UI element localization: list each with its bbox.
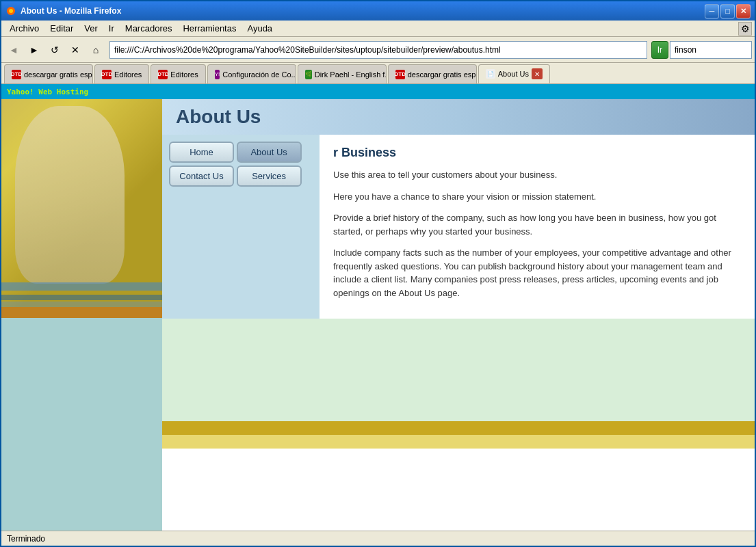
browser-content: Yahoo! Web Hosting [1, 84, 755, 531]
tab6-label: descargar gratis esp... [408, 70, 477, 79]
section-title-text: r Business [333, 146, 396, 159]
yahoo-header-text: Yahoo! Web Hosting [7, 88, 88, 96]
tab-2[interactable]: DTD Editores [94, 64, 149, 83]
tab6-favicon: DTD [395, 70, 405, 79]
main-content: About Us Home About Us Contact Us Servic… [162, 99, 755, 531]
paragraph-3: Provide a brief history of the company, … [333, 211, 741, 238]
menu-marcadores[interactable]: Marcadores [120, 22, 178, 35]
nav-about[interactable]: About Us [237, 142, 302, 163]
tab-6[interactable]: DTD descargar gratis esp... [388, 64, 477, 83]
nav-home[interactable]: Home [169, 142, 234, 163]
nav-contact[interactable]: Contact Us [169, 165, 234, 187]
tab-3[interactable]: DTD Editores [151, 64, 205, 83]
search-input[interactable] [670, 41, 752, 59]
title-bar: About Us - Mozilla Firefox ─ □ ✕ [1, 1, 755, 21]
tab5-favicon: 🌿 [305, 70, 312, 79]
tab3-favicon: DTD [158, 70, 168, 79]
window-title: About Us - Mozilla Firefox [21, 6, 701, 16]
tab2-favicon: DTD [102, 70, 112, 79]
tab3-label: Editores [170, 70, 198, 79]
nav-panel: Home About Us Contact Us Services [162, 135, 320, 319]
svg-point-1 [9, 9, 13, 13]
tab1-favicon: DTD [12, 70, 21, 79]
tab1-label: descargar gratis esp... [24, 70, 93, 79]
back-button[interactable]: ◄ [4, 41, 23, 59]
tab7-close[interactable]: ✕ [532, 68, 543, 79]
paragraph-4: Include company facts such as the number… [333, 246, 741, 299]
bottom-green [162, 319, 755, 421]
reload-button[interactable]: ↺ [45, 41, 64, 59]
tab5-label: Dirk Paehl - English f... [315, 70, 387, 79]
sidebar-image [1, 99, 162, 318]
stripe2 [1, 295, 162, 300]
status-bar: Terminado [1, 531, 755, 546]
tab7-favicon: 📄 [486, 69, 495, 79]
tab-1[interactable]: DTD descargar gratis esp... [4, 64, 93, 83]
stop-button[interactable]: ✕ [66, 41, 85, 59]
tab4-favicon: Y! [215, 70, 220, 79]
menu-ir[interactable]: Ir [103, 22, 120, 35]
menu-archivo[interactable]: Archivo [4, 22, 44, 35]
firefox-icon [5, 5, 16, 16]
content-with-nav: Home About Us Contact Us Services r Busi… [162, 135, 755, 319]
tab4-label: Configuración de Co... [222, 70, 296, 79]
menu-editar[interactable]: Editar [44, 22, 79, 35]
browser-window: About Us - Mozilla Firefox ─ □ ✕ Archivo… [0, 0, 756, 547]
tab-4[interactable]: Y! Configuración de Co... [207, 64, 296, 83]
yahoo-header: Yahoo! Web Hosting [1, 84, 755, 99]
minimize-button[interactable]: ─ [705, 4, 719, 18]
text-content: r Business Use this area to tell your cu… [320, 135, 755, 319]
menu-ver[interactable]: Ver [79, 22, 103, 35]
status-text: Terminado [7, 534, 45, 544]
sidebar-lower [1, 318, 162, 531]
page-title: About Us [176, 106, 261, 127]
section-title: r Business [333, 146, 741, 160]
tab-7[interactable]: 📄 About Us ✕ [478, 64, 550, 83]
paragraph-2: Here you have a chance to share your vis… [333, 190, 741, 204]
tab2-label: Editores [114, 70, 142, 79]
tab-5[interactable]: 🌿 Dirk Paehl - English f... [298, 64, 387, 83]
settings-icon[interactable]: ⚙ [738, 22, 752, 36]
toolbar: ◄ ► ↺ ✕ ⌂ Ir [1, 37, 755, 63]
menu-bar: Archivo Editar Ver Ir Marcadores Herrami… [1, 21, 755, 37]
tab-bar: DTD descargar gratis esp... DTD Editores… [1, 63, 755, 84]
tab7-label: About Us [498, 70, 529, 78]
home-button[interactable]: ⌂ [86, 41, 105, 59]
paragraph-1: Use this area to tell your customers abo… [333, 168, 741, 182]
sidebar [1, 99, 162, 531]
page-wrapper: About Us Home About Us Contact Us Servic… [1, 99, 755, 531]
stripe1 [1, 282, 162, 291]
gold-bar [162, 421, 755, 435]
nav-services[interactable]: Services [237, 165, 302, 187]
go-button[interactable]: Ir [651, 41, 668, 59]
window-controls: ─ □ ✕ [705, 4, 751, 18]
address-bar[interactable] [109, 41, 647, 59]
close-button[interactable]: ✕ [736, 4, 751, 18]
menu-herramientas[interactable]: Herramientas [177, 22, 242, 35]
gold-stripe [1, 307, 162, 318]
menu-ayuda[interactable]: Ayuda [242, 22, 278, 35]
stripe3 [1, 302, 162, 307]
forward-button[interactable]: ► [25, 41, 44, 59]
light-bar [162, 435, 755, 449]
maximize-button[interactable]: □ [720, 4, 735, 18]
page-header: About Us [162, 99, 755, 135]
